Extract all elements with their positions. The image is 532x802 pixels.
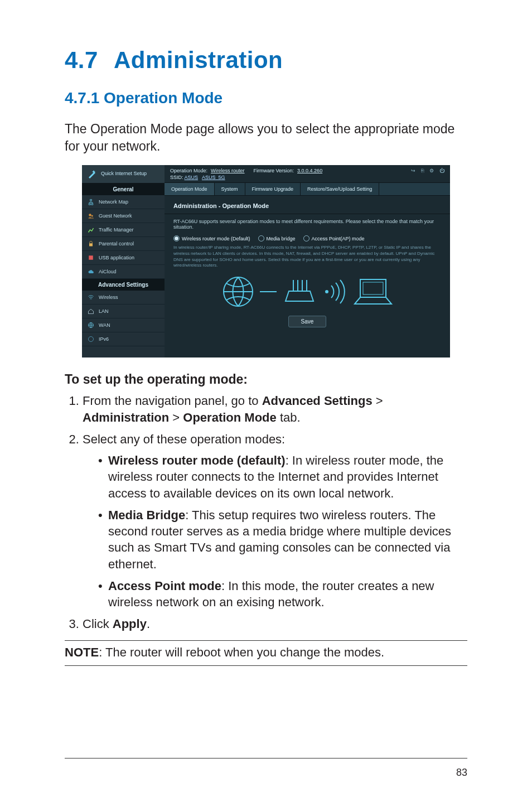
topbar: Operation Mode: Wireless router Firmware… — [165, 165, 450, 175]
radio-dot-icon — [258, 235, 264, 241]
topbar-mode-value[interactable]: Wireless router — [211, 168, 245, 173]
mode-name: Access Point mode — [108, 579, 221, 593]
footer-rule — [65, 758, 467, 758]
content-title: Administration - Operation Mode — [173, 202, 441, 209]
section-number: 4.7 — [65, 47, 98, 74]
section-heading: 4.7Administration — [65, 47, 467, 74]
ssid-line: SSID: ASUS ASUS_5G — [165, 175, 450, 182]
ssid-1[interactable]: ASUS — [185, 175, 199, 180]
network-icon — [88, 199, 94, 205]
tab-system[interactable]: System — [215, 183, 245, 195]
page-number: 83 — [456, 767, 467, 779]
sidebar-item-quick-internet-setup[interactable]: Quick Internet Setup — [82, 165, 165, 183]
tab-firmware-upgrade[interactable]: Firmware Upgrade — [245, 183, 301, 195]
usb-icon — [88, 254, 94, 261]
radio-label: Wireless router mode (Default) — [182, 236, 250, 241]
settings-icon[interactable]: ⚙ — [429, 168, 434, 173]
tab-operation-mode[interactable]: Operation Mode — [165, 183, 215, 195]
radio-dot-icon — [173, 235, 180, 241]
sidebar-item-traffic-manager[interactable]: Traffic Manager — [82, 223, 165, 237]
mode-description-small: In wireless router/IP sharing mode, RT-A… — [173, 245, 441, 269]
sidebar-item-network-map[interactable]: Network Map — [82, 195, 165, 209]
tab-row: Operation Mode System Firmware Upgrade R… — [165, 182, 450, 196]
step-text: > — [373, 394, 383, 408]
sidebar-item-wan[interactable]: WAN — [82, 318, 165, 332]
network-diagram — [173, 276, 441, 308]
ssid-label: SSID: — [170, 175, 183, 180]
cloud-icon — [88, 268, 94, 275]
tab-restore-save-upload[interactable]: Restore/Save/Upload Setting — [301, 183, 379, 195]
mode-name: Media Bridge — [108, 508, 185, 522]
router-admin-screenshot: Quick Internet Setup General Network Map… — [82, 165, 450, 357]
main-panel: Operation Mode: Wireless router Firmware… — [165, 165, 450, 357]
sidebar-section-advanced: Advanced Settings — [82, 279, 165, 291]
mode-wireless-router: Wireless router mode (default): In wirel… — [98, 452, 467, 501]
svg-rect-14 — [363, 282, 383, 294]
line-icon — [260, 289, 277, 294]
content-description: RT-AC66U supports several operation mode… — [173, 219, 441, 230]
sidebar-item-usb-application[interactable]: USB application — [82, 251, 165, 265]
intro-paragraph: The Operation Mode page allows you to se… — [65, 120, 467, 155]
qis-label: Quick Internet Setup — [101, 171, 147, 177]
radio-label: Media bridge — [267, 236, 296, 241]
section-title: Administration — [114, 47, 283, 73]
sidebar-item-guest-network[interactable]: Guest Network — [82, 209, 165, 223]
step-2: Select any of these operation modes: Wir… — [83, 431, 467, 610]
operation-mode-radios: Wireless router mode (Default) Media bri… — [173, 235, 441, 241]
note-paragraph: NOTE: The router will reboot when you ch… — [65, 645, 467, 660]
sidebar-item-lan[interactable]: LAN — [82, 305, 165, 318]
radio-label: Access Point(AP) mode — [312, 236, 365, 241]
step-text: . — [147, 617, 150, 631]
sidebar-item-parental-control[interactable]: Parental control — [82, 237, 165, 251]
svg-point-0 — [89, 214, 91, 216]
step-bold: Operation Mode — [183, 410, 276, 424]
step-3: Click Apply. — [83, 616, 467, 632]
sidebar-item-aicloud[interactable]: AiCloud — [82, 265, 165, 279]
steps-list: From the navigation panel, go to Advance… — [68, 393, 467, 632]
mode-name: Wireless router mode (default) — [108, 453, 286, 467]
sidebar-item-label: Parental control — [99, 241, 134, 247]
note-rule-bottom — [65, 665, 467, 666]
sidebar-item-ipv6[interactable]: IPv6 — [82, 332, 165, 346]
radio-wireless-router[interactable]: Wireless router mode (Default) — [173, 235, 250, 241]
svg-point-12 — [325, 290, 328, 293]
globe-icon — [88, 322, 94, 328]
step-bold: Advanced Settings — [262, 394, 373, 408]
wand-icon — [88, 170, 96, 178]
power-icon[interactable]: ⏻ — [439, 168, 444, 173]
radio-media-bridge[interactable]: Media bridge — [258, 235, 296, 241]
note-text: : The router will reboot when you change… — [99, 645, 384, 659]
globe-alt-icon — [88, 336, 94, 342]
logout-icon[interactable]: ↪ — [411, 168, 415, 173]
content-area: Administration - Operation Mode RT-AC66U… — [165, 196, 450, 357]
sidebar-item-label: Guest Network — [99, 213, 132, 219]
radio-access-point[interactable]: Access Point(AP) mode — [303, 235, 365, 241]
note-rule-top — [65, 640, 467, 641]
topbar-fw-value[interactable]: 3.0.0.4.260 — [297, 168, 322, 173]
save-button[interactable]: Save — [288, 316, 327, 327]
laptop-icon — [354, 277, 393, 306]
mode-media-bridge: Media Bridge: This setup requires two wi… — [98, 507, 467, 572]
sidebar-item-wireless[interactable]: Wireless — [82, 291, 165, 305]
subsection-heading: 4.7.1 Operation Mode — [65, 89, 467, 107]
step-bold: Apply — [113, 617, 147, 631]
mode-access-point: Access Point mode: In this mode, the rou… — [98, 578, 467, 611]
sidebar-item-label: USB application — [99, 255, 134, 260]
step-text: From the navigation panel, go to — [83, 394, 262, 408]
step-text: Click — [83, 617, 113, 631]
sidebar-item-label: Network Map — [99, 199, 128, 205]
topbar-fw-label: Firmware Version: — [254, 168, 294, 173]
signal-icon — [322, 279, 348, 305]
wifi-icon — [88, 294, 94, 301]
radio-dot-icon — [303, 235, 309, 241]
copy-icon[interactable]: ⎘ — [421, 168, 424, 173]
sidebar-item-label: AiCloud — [99, 269, 117, 274]
router-icon — [282, 279, 317, 305]
sidebar-item-label: Traffic Manager — [99, 227, 134, 233]
sidebar-item-label: LAN — [99, 308, 109, 314]
chart-icon — [88, 226, 94, 233]
sidebar-item-label: IPv6 — [99, 336, 109, 342]
ssid-2[interactable]: ASUS_5G — [202, 175, 225, 180]
step-text: > — [169, 410, 183, 424]
setup-lead: To set up the operating mode: — [65, 372, 467, 387]
